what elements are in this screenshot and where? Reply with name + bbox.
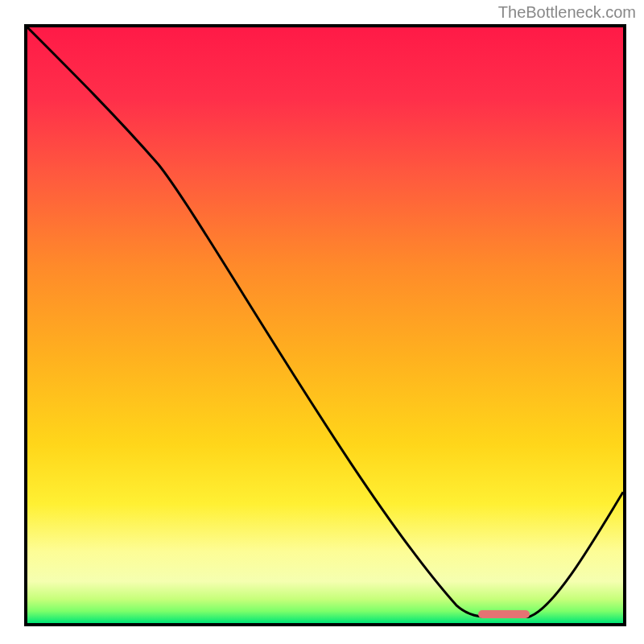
chart-container: TheBottleneck.com	[0, 0, 644, 644]
bottleneck-curve	[27, 27, 623, 623]
plot-area	[24, 24, 626, 626]
optimal-range-marker	[478, 610, 529, 618]
watermark-text: TheBottleneck.com	[498, 3, 636, 22]
